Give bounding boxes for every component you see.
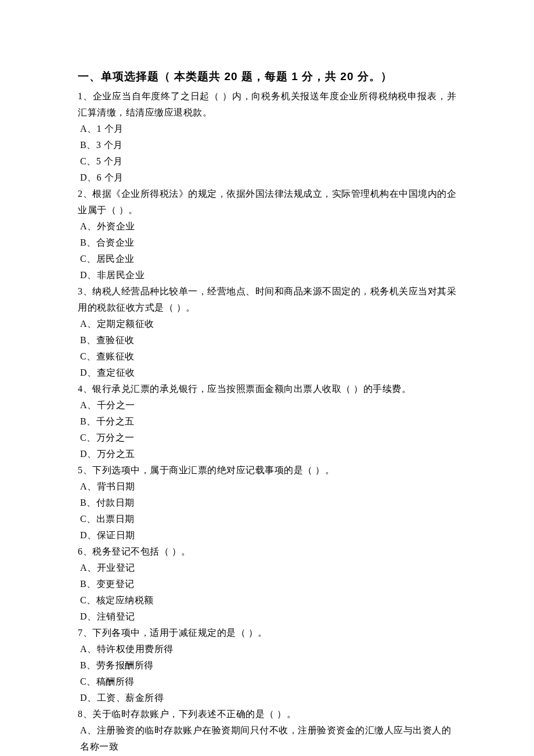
question-option: A、外资企业 (78, 218, 456, 235)
section-title: 一、单项选择题（ 本类题共 20 题，每题 1 分，共 20 分。） (78, 67, 456, 86)
question-block: 4、银行承兑汇票的承兑银行，应当按照票面金额向出票人收取（ ）的手续费。A、千分… (78, 381, 456, 462)
question-stem: 5、下列选项中，属于商业汇票的绝对应记载事项的是（ ）。 (78, 462, 456, 478)
question-block: 1、企业应当自年度终了之日起（ ）内，向税务机关报送年度企业所得税纳税申报表，并… (78, 88, 456, 186)
question-stem: 2、根据《企业所得税法》的规定，依据外国法律法规成立，实际管理机构在中国境内的企… (78, 186, 456, 218)
question-block: 5、下列选项中，属于商业汇票的绝对应记载事项的是（ ）。A、背书日期B、付款日期… (78, 462, 456, 543)
question-option: D、万分之五 (78, 446, 456, 462)
question-option: D、工资、薪金所得 (78, 690, 456, 706)
question-stem: 7、下列各项中，适用于减征规定的是（ ）。 (78, 625, 456, 641)
question-option: B、3 个月 (78, 137, 456, 153)
question-option: C、5 个月 (78, 153, 456, 170)
question-option: B、千分之五 (78, 413, 456, 430)
question-block: 7、下列各项中，适用于减征规定的是（ ）。A、特许权使用费所得B、劳务报酬所得C… (78, 625, 456, 706)
question-option: C、核定应纳税额 (78, 592, 456, 609)
question-block: 6、税务登记不包括（ ）。A、开业登记B、变更登记C、核定应纳税额D、注销登记 (78, 543, 456, 625)
question-option: C、出票日期 (78, 511, 456, 527)
question-option: A、开业登记 (78, 560, 456, 576)
question-option: A、特许权使用费所得 (78, 641, 456, 657)
question-block: 8、关于临时存款账户，下列表述不正确的是（ ）。A、注册验资的临时存款账户在验资… (78, 706, 456, 756)
question-stem: 1、企业应当自年度终了之日起（ ）内，向税务机关报送年度企业所得税纳税申报表，并… (78, 88, 456, 121)
question-stem: 4、银行承兑汇票的承兑银行，应当按照票面金额向出票人收取（ ）的手续费。 (78, 381, 456, 397)
question-block: 3、纳税人经营品种比较单一，经营地点、时间和商品来源不固定的，税务机关应当对其采… (78, 283, 456, 381)
question-stem: 3、纳税人经营品种比较单一，经营地点、时间和商品来源不固定的，税务机关应当对其采… (78, 283, 456, 316)
question-option: B、付款日期 (78, 495, 456, 511)
question-option: A、背书日期 (78, 478, 456, 495)
question-option: C、居民企业 (78, 251, 456, 267)
question-option: D、6 个月 (78, 170, 456, 186)
question-option: C、查账征收 (78, 348, 456, 365)
question-option: A、注册验资的临时存款账户在验资期间只付不收，注册验资资金的汇缴人应与出资人的名… (78, 722, 456, 755)
question-option: D、非居民企业 (78, 267, 456, 283)
question-block: 2、根据《企业所得税法》的规定，依据外国法律法规成立，实际管理机构在中国境内的企… (78, 186, 456, 283)
question-option: B、变更登记 (78, 576, 456, 592)
question-option: B、劳务报酬所得 (78, 657, 456, 674)
question-option: D、注销登记 (78, 609, 456, 625)
exam-page: 一、单项选择题（ 本类题共 20 题，每题 1 分，共 20 分。） 1、企业应… (0, 0, 534, 756)
question-option: C、稿酬所得 (78, 674, 456, 690)
question-option: C、万分之一 (78, 430, 456, 446)
question-option: A、千分之一 (78, 397, 456, 413)
question-option: B、合资企业 (78, 235, 456, 251)
questions-container: 1、企业应当自年度终了之日起（ ）内，向税务机关报送年度企业所得税纳税申报表，并… (78, 88, 456, 756)
question-option: A、定期定额征收 (78, 316, 456, 332)
question-option: D、保证日期 (78, 527, 456, 543)
question-option: B、查验征收 (78, 332, 456, 348)
question-option: A、1 个月 (78, 121, 456, 137)
question-stem: 6、税务登记不包括（ ）。 (78, 543, 456, 560)
question-option: D、查定征收 (78, 365, 456, 381)
question-stem: 8、关于临时存款账户，下列表述不正确的是（ ）。 (78, 706, 456, 722)
